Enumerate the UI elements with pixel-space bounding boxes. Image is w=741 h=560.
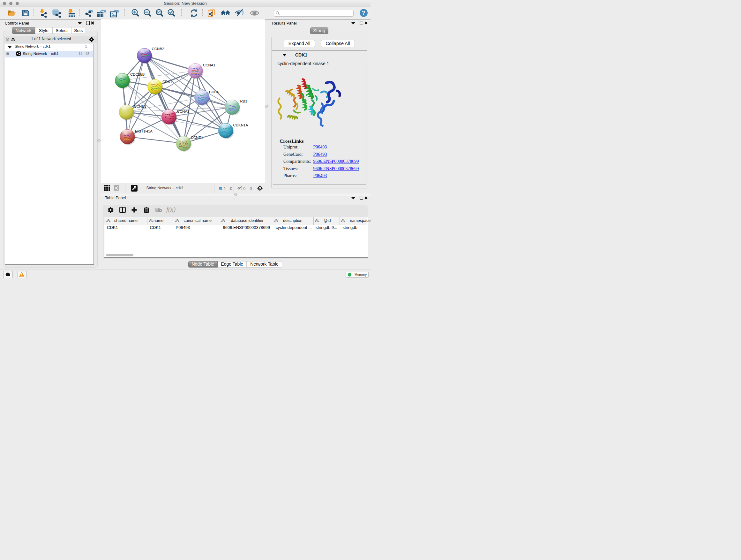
svg-text:CCNA2: CCNA2	[177, 110, 189, 113]
svg-text:CCNE1: CCNE1	[191, 136, 203, 139]
svg-text:CDC25B: CDC25B	[130, 72, 145, 76]
svg-text:CDK1: CDK1	[162, 80, 172, 84]
svg-text:CCNB1: CCNB1	[134, 105, 146, 108]
svg-text:CDKN1A: CDKN1A	[233, 123, 248, 127]
svg-text:RB1: RB1	[240, 99, 247, 103]
svg-text:CCNA1: CCNA1	[203, 63, 215, 67]
svg-text:CDC6: CDC6	[209, 90, 219, 94]
svg-text:HIST1H1A: HIST1H1A	[135, 129, 152, 133]
svg-text:CCNB2: CCNB2	[151, 47, 164, 51]
